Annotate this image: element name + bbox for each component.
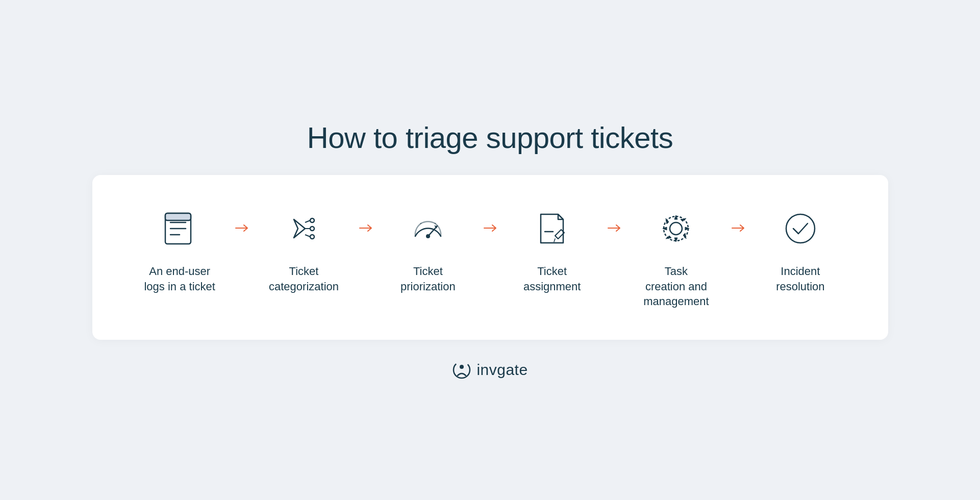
step-6: Incidentresolution [753, 206, 847, 294]
page-title: How to triage support tickets [307, 120, 673, 155]
step-2: Ticketcategorization [257, 206, 350, 294]
step-5: Taskcreation andmanagement [630, 206, 723, 309]
incident-resolution-icon [777, 206, 823, 252]
step-1-label: An end-userlogs in a ticket [144, 264, 215, 294]
svg-point-17 [670, 222, 682, 235]
step-6-label: Incidentresolution [776, 264, 824, 294]
svg-point-21 [460, 365, 464, 369]
svg-line-16 [554, 239, 555, 242]
page-wrapper: How to triage support tickets An end-use… [0, 100, 980, 400]
arrow-3 [475, 206, 506, 233]
svg-line-15 [555, 236, 558, 239]
arrow-4 [599, 206, 630, 233]
svg-point-5 [310, 218, 314, 222]
svg-point-6 [310, 227, 314, 231]
step-3: Ticketpriorization [381, 206, 474, 294]
svg-rect-4 [165, 213, 191, 220]
arrow-5 [723, 206, 753, 233]
svg-point-20 [454, 362, 470, 378]
ticket-categorization-icon [281, 206, 327, 252]
step-2-label: Ticketcategorization [269, 264, 339, 294]
step-3-label: Ticketpriorization [400, 264, 456, 294]
steps-card: An end-userlogs in a ticket [92, 175, 888, 340]
svg-line-8 [305, 220, 310, 222]
svg-line-10 [305, 235, 310, 237]
ticket-log-icon [157, 206, 203, 252]
arrow-2 [350, 206, 381, 233]
svg-point-7 [310, 235, 314, 239]
svg-point-19 [786, 214, 815, 243]
arrow-1 [227, 206, 257, 233]
ticket-assignment-icon [529, 206, 575, 252]
svg-point-12 [426, 234, 430, 238]
logo-text: invgate [476, 361, 527, 379]
ticket-prioritization-icon [405, 206, 451, 252]
step-4: Ticketassignment [506, 206, 599, 294]
step-5-label: Taskcreation andmanagement [643, 264, 709, 309]
task-creation-icon [653, 206, 699, 252]
step-1: An end-userlogs in a ticket [133, 206, 227, 294]
svg-point-18 [664, 216, 688, 241]
invgate-logo-icon [452, 360, 471, 380]
step-4-label: Ticketassignment [523, 264, 581, 294]
logo-section: invgate [452, 360, 527, 380]
